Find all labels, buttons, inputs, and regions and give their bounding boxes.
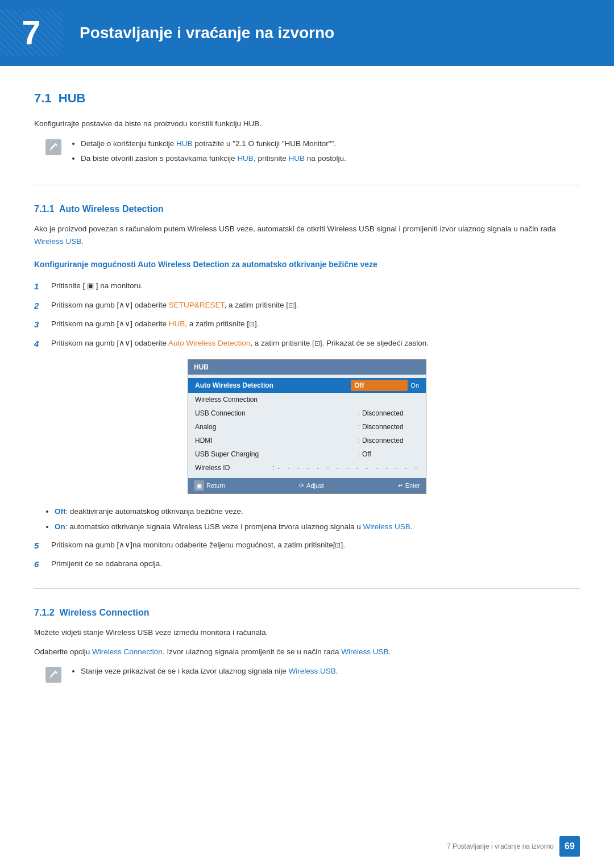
note-icon-2: [45, 667, 61, 683]
bullet-off: Off: deaktiviranje automatskog otkrivanj…: [55, 505, 580, 518]
step-2: 2 Pritiskom na gumb [∧∨] odaberite SETUP…: [34, 299, 580, 313]
step-1: 1 Pritisnite [ ▣ ] na monitoru.: [34, 280, 580, 293]
note-item-2: Da biste otvorili zaslon s postavkama fu…: [81, 153, 580, 164]
pencil-icon: [48, 142, 59, 152]
chapter-number: 7: [22, 16, 40, 50]
section-7-1-title: 7.1 HUB: [34, 89, 580, 107]
osd-row-hdmi: HDMI : Disconnected: [188, 434, 426, 447]
osd-row-analog: Analog : Disconnected: [188, 420, 426, 434]
osd-row-auto-wireless: Auto Wireless Detection : Off On: [188, 378, 426, 393]
hub-link-step3: HUB: [169, 319, 185, 328]
osd-footer-enter: ↵ Enter: [398, 480, 420, 491]
section-7-1-2-title: 7.1.2 Wireless Connection: [34, 606, 580, 620]
off-on-bullets: Off: deaktiviranje automatskog otkrivanj…: [34, 505, 580, 533]
osd-row-wireless-id: Wireless ID : - - - - - - - - - - - - - …: [188, 461, 426, 475]
steps-list: 1 Pritisnite [ ▣ ] na monitoru. 2 Pritis…: [34, 280, 580, 350]
osd-screenshot: HUB Auto Wireless Detection : Off On Wir…: [188, 359, 426, 494]
note-content-1: Detalje o korištenju funkcije HUB potraž…: [69, 138, 580, 168]
osd-row-usb-super: USB Super Charging : Off: [188, 447, 426, 461]
step-3: 3 Pritiskom na gumb [∧∨] odaberite HUB, …: [34, 318, 580, 331]
note-box-2: Stanje veze prikazivat će se i kada izvo…: [45, 666, 580, 683]
setup-reset-link: SETUP&RESET: [169, 301, 225, 309]
note-box-1: Detalje o korištenju funkcije HUB potraž…: [45, 138, 580, 168]
hub-link-1: HUB: [176, 139, 193, 148]
osd-row-usb-connection: USB Connection : Disconnected: [188, 406, 426, 420]
wireless-usb-link-2: Wireless USB: [341, 647, 388, 656]
divider-2: [34, 588, 580, 589]
page-number: 69: [559, 836, 580, 857]
note-content-2: Stanje veze prikazivat će se i kada izvo…: [69, 666, 580, 680]
step-6: 6 Primijenit će se odabrana opcija.: [34, 558, 580, 571]
config-heading: Konfiguriranje mogućnosti Auto Wireless …: [34, 259, 580, 271]
pencil-icon-2: [48, 670, 59, 680]
chapter-title: Postavljanje i vraćanje na izvorno: [63, 21, 334, 45]
wireless-usb-link-1: Wireless USB: [34, 237, 81, 246]
section-7-1-2-intro: Možete vidjeti stanje Wireless USB veze …: [34, 626, 580, 639]
section-7-1-intro: Konfigurirajte postavke da biste na proi…: [34, 118, 580, 130]
osd-body: Auto Wireless Detection : Off On Wireles…: [188, 375, 426, 478]
wireless-connection-link: Wireless Connection: [92, 647, 163, 656]
page-footer: 7 Postavljanje i vraćanje na izvorno 69: [447, 836, 580, 857]
footer-chapter-label: 7 Postavljanje i vraćanje na izvorno: [447, 841, 554, 852]
chapter-header: 7 Postavljanje i vraćanje na izvorno: [0, 0, 614, 66]
osd-footer: ▣ Return ⟳ Adjust ↵ Enter: [188, 478, 426, 493]
page-content: 7.1 HUB Konfigurirajte postavke da biste…: [0, 89, 614, 725]
note-item-wireless: Stanje veze prikazivat će se i kada izvo…: [81, 666, 580, 677]
note-item-1: Detalje o korištenju funkcije HUB potraž…: [81, 138, 580, 149]
note-icon-1: [45, 139, 61, 155]
osd-row-wireless-connection: Wireless Connection: [188, 393, 426, 406]
divider-1: [34, 185, 580, 185]
hub-link-2: HUB: [237, 154, 254, 163]
hub-link-3: HUB: [288, 154, 305, 163]
step-5: 5 Pritiskom na gumb [∧∨]na monitoru odab…: [34, 539, 580, 553]
osd-title: HUB: [188, 360, 426, 375]
wireless-usb-link-3: Wireless USB: [288, 667, 335, 675]
section-7-1-1-title: 7.1.1 Auto Wireless Detection: [34, 202, 580, 216]
bullet-on: On: automatsko otkrivanje signala Wirele…: [55, 521, 580, 533]
auto-wireless-link-step4: Auto Wireless Detection: [168, 339, 250, 347]
wireless-usb-link-on: Wireless USB: [363, 522, 410, 531]
section-7-1-2-para2: Odaberite opciju Wireless Connection. Iz…: [34, 646, 580, 658]
step-4: 4 Pritiskom na gumb [∧∨] odaberite Auto …: [34, 337, 580, 351]
osd-footer-adjust: ⟳ Adjust: [299, 480, 324, 491]
osd-footer-return: ▣ Return: [194, 480, 225, 491]
section-7-1-1-intro: Ako je proizvod povezan s računalom pute…: [34, 223, 580, 247]
steps-list-2: 5 Pritiskom na gumb [∧∨]na monitoru odab…: [34, 539, 580, 571]
chapter-number-box: 7: [0, 10, 63, 56]
